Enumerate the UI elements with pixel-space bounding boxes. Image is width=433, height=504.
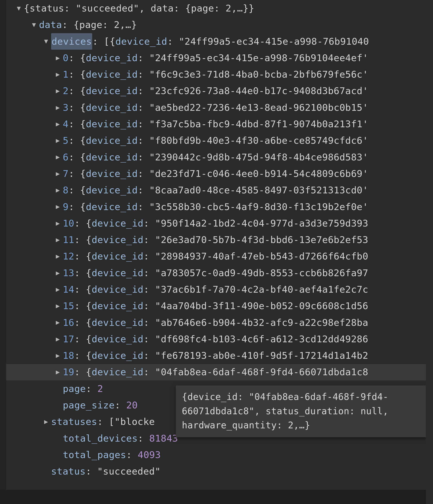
device-id: 26e3ad70-5b7b-4f3d-bbd6-13e7e6b2ef53 [161,232,368,248]
chevron-right-icon[interactable]: ▶ [54,333,61,345]
tree-row-devices[interactable]: ▼ devices: [{device_id: "24ff99a5-ec34-4… [0,33,426,50]
device-index: 19 [63,364,74,380]
tree-row-device[interactable]: ▶7: {device_id: "de23fd71-c046-4ee0-b914… [0,165,426,182]
device-index: 14 [63,281,74,298]
chevron-right-icon[interactable]: ▶ [54,300,61,312]
device-id: 28984937-40af-47eb-b543-d7266f64cfb0 [161,248,368,264]
chevron-down-icon[interactable]: ▼ [43,36,50,47]
device-id: 950f14a2-1bd2-4c04-977d-a3d3e759d393 [161,215,368,232]
chevron-right-icon[interactable]: ▶ [54,69,61,80]
chevron-right-icon[interactable]: ▶ [54,168,61,180]
tree-row-device[interactable]: ▶0: {device_id: "24ff99a5-ec34-415e-a998… [0,50,426,66]
chevron-right-icon[interactable]: ▶ [54,135,61,146]
tree-row-root[interactable]: ▼ {status: "succeeded", data: {page: 2,…… [0,0,426,17]
device-id: f3a7c5ba-fbc9-4dbd-87f1-9074b0a213f1' [155,116,368,132]
device-id: 4aa704bd-3f11-490e-b052-09c6608c1d56 [161,298,368,314]
key-statuses: statuses [51,413,97,430]
device-id: a783057c-0ad9-49db-8553-ccb6b826fa97 [161,265,368,281]
chevron-right-icon[interactable]: ▶ [54,102,61,113]
chevron-right-icon[interactable]: ▶ [54,350,61,361]
val-total-devices: 81843 [149,430,178,447]
device-id: ae5bed22-7236-4e13-8ead-962100bc0b15' [155,99,368,116]
tree-row-device[interactable]: ▶3: {device_id: "ae5bed22-7236-4e13-8ead… [0,99,426,116]
tree-row-device[interactable]: ▶13: {device_id: "a783057c-0ad9-49db-855… [0,265,426,281]
device-id: df698fc4-b103-4c6f-a612-3cd12dd49286 [161,331,368,347]
device-id: 3c558b30-cbc5-4af9-8d30-f13c19b2ef0e' [155,198,368,215]
tree-row-device[interactable]: ▶16: {device_id: "ab7646e6-b904-4b32-afc… [0,314,426,331]
device-index: 4 [63,116,69,132]
device-id: 8caa7ad0-48ce-4585-8497-03f521313cd0' [155,182,368,198]
chevron-down-icon[interactable]: ▼ [15,3,23,14]
tree-row-device[interactable]: ▶2: {device_id: "23cfc926-73a8-44e0-b17c… [0,83,426,99]
chevron-right-icon[interactable]: ▶ [54,284,61,295]
tree-row-status[interactable]: ▶ status: "succeeded" [0,463,426,479]
data-summary: {page: 2,…} [74,17,137,33]
tree-row-device[interactable]: ▶11: {device_id: "26e3ad70-5b7b-4f3d-bbd… [0,232,426,248]
tree-row-device[interactable]: ▶10: {device_id: "950f14a2-1bd2-4c04-977… [0,215,426,232]
chevron-right-icon[interactable]: ▶ [43,416,50,427]
chevron-right-icon[interactable]: ▶ [54,218,61,229]
chevron-down-icon[interactable]: ▼ [30,19,38,31]
chevron-right-icon[interactable]: ▶ [54,317,61,328]
device-id: ab7646e6-b904-4b32-afc9-a22c98ef28ba [161,314,368,331]
tree-row-device[interactable]: ▶14: {device_id: "37ac6b1f-7a70-4c2a-bf4… [0,281,426,298]
device-id: 2390442c-9d8b-475d-94f8-4b4ce986d583' [155,149,368,165]
tree-row-device[interactable]: ▶1: {device_id: "f6c9c3e3-71d8-4ba0-bcba… [0,66,426,83]
devices-preview-id: 24ff99a5-ec34-415e-a998-76b91040 [184,33,369,50]
chevron-right-icon[interactable]: ▶ [54,184,61,196]
left-gutter [0,0,6,490]
device-index: 11 [63,232,74,248]
device-index: 15 [63,298,74,314]
tree-row-data[interactable]: ▼ data: {page: 2,…} [0,17,426,33]
device-index: 18 [63,347,74,364]
device-index: 10 [63,215,74,232]
chevron-right-icon[interactable]: ▶ [54,52,61,64]
key-devices: devices [51,33,92,50]
val-page-size: 20 [126,397,138,413]
device-id: 37ac6b1f-7a70-4c2a-bf40-aef4a1fe2c7c [161,281,368,298]
chevron-right-icon[interactable]: ▶ [54,251,61,262]
tree-row-device[interactable]: ▶19: {device_id: "04fab8ea-6daf-468f-9fd… [0,364,426,380]
device-index: 13 [63,265,74,281]
tree-row-device[interactable]: ▶8: {device_id: "8caa7ad0-48ce-4585-8497… [0,182,426,198]
device-id: 24ff99a5-ec34-415e-a998-76b9104ee4ef' [155,50,368,66]
device-index: 5 [63,132,69,149]
tree-row-device[interactable]: ▶4: {device_id: "f3a7c5ba-fbc9-4dbd-87f1… [0,116,426,132]
tree-row-device[interactable]: ▶18: {device_id: "fe678193-ab0e-410f-9d5… [0,347,426,364]
device-index: 9 [63,198,69,215]
chevron-right-icon[interactable]: ▶ [54,234,61,246]
tree-row-total-pages[interactable]: ▶ total_pages: 4093 [0,447,426,463]
device-id: f6c9c3e3-71d8-4ba0-bcba-2bfb679fe56c' [155,66,368,83]
chevron-right-icon[interactable]: ▶ [54,366,61,378]
device-index: 7 [63,165,69,182]
device-index: 1 [63,66,69,83]
chevron-right-icon[interactable]: ▶ [54,151,61,163]
device-index: 16 [63,314,74,331]
tree-row-device[interactable]: ▶17: {device_id: "df698fc4-b103-4c6f-a61… [0,331,426,347]
tree-row-device[interactable]: ▶9: {device_id: "3c558b30-cbc5-4af9-8d30… [0,198,426,215]
device-index: 0 [63,50,69,66]
chevron-right-icon[interactable]: ▶ [54,118,61,130]
hover-tooltip: {device_id: "04fab8ea-6daf-468f-9fd4-660… [176,386,426,437]
key-total-pages: total_pages [63,447,126,463]
chevron-right-icon[interactable]: ▶ [54,85,61,97]
device-index: 2 [63,83,69,99]
bottom-bar [0,490,426,504]
device-index: 3 [63,99,69,116]
key-status: status [51,463,86,479]
chevron-right-icon[interactable]: ▶ [54,267,61,279]
tree-row-device[interactable]: ▶6: {device_id: "2390442c-9d8b-475d-94f8… [0,149,426,165]
device-id: de23fd71-c046-4ee0-b914-54c4809c6b69' [155,165,368,182]
key-page-size: page_size [63,397,115,413]
val-statuses: ["blocke [109,413,155,430]
root-summary: {status: "succeeded", data: {page: 2,…}} [24,0,254,17]
tree-row-device[interactable]: ▶5: {device_id: "f80bfd9b-40e3-4f30-a6be… [0,132,426,149]
device-index: 6 [63,149,69,165]
chevron-right-icon[interactable]: ▶ [54,201,61,212]
tree-row-device[interactable]: ▶15: {device_id: "4aa704bd-3f11-490e-b05… [0,298,426,314]
device-id: 04fab8ea-6daf-468f-9fd4-66071dbda1c8 [161,364,368,380]
device-id: f80bfd9b-40e3-4f30-a6be-ce85749cfdc6' [155,132,368,149]
tooltip-text: {device_id: "04fab8ea-6daf-468f-9fd4-660… [182,391,388,431]
device-id: 23cfc926-73a8-44e0-b17c-9408d3b67acd' [155,83,368,99]
tree-row-device[interactable]: ▶12: {device_id: "28984937-40af-47eb-b54… [0,248,426,264]
